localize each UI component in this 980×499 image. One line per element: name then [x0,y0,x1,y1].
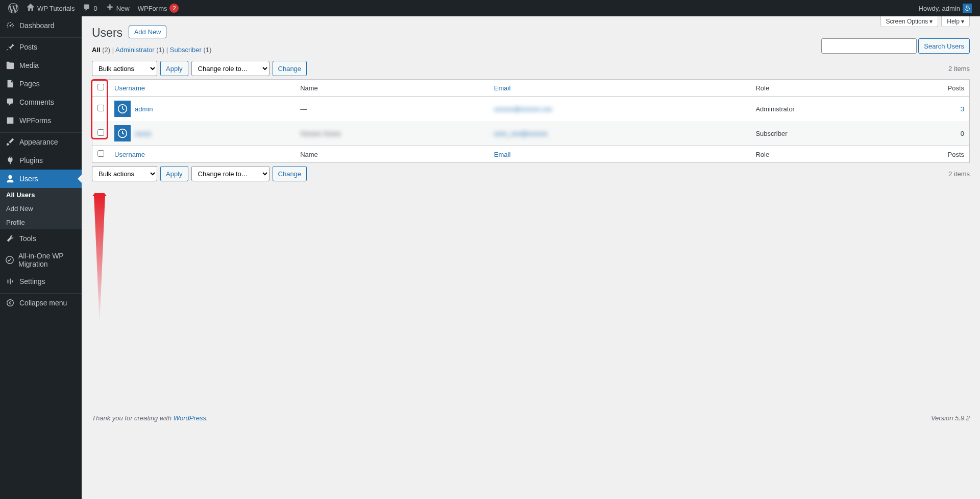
menu-wpforms[interactable]: WPForms [0,111,82,130]
dashboard-icon [5,20,15,31]
users-submenu: All Users Add New Profile [0,188,82,229]
menu-posts[interactable]: Posts [0,38,82,56]
row-checkbox[interactable] [97,105,104,111]
version-label: Version 5.9.2 [931,414,970,422]
username-link[interactable]: admin [135,105,153,113]
row-checkbox[interactable] [97,129,104,136]
posts-count: 0 [961,130,964,137]
user-icon [5,174,15,184]
name-cell: Xxxxxx Xxxxx [300,130,340,137]
svg-marker-3 [94,195,105,326]
col-username-foot[interactable]: Username [114,151,145,158]
admin-sidebar: Dashboard Posts Media Pages Comments WPF… [0,16,82,499]
submenu-profile[interactable]: Profile [0,216,82,229]
comment-icon [5,97,15,107]
posts-count-link[interactable]: 3 [961,105,964,113]
menu-plugins[interactable]: Plugins [0,151,82,170]
col-posts-foot: Posts [939,146,969,162]
admin-toolbar: WP Tutorials 0 New WPForms 2 Howdy, admi… [0,0,980,16]
avatar-icon [963,4,972,13]
wpforms-icon [5,115,15,126]
plug-icon [5,155,15,165]
collapse-icon [5,298,15,308]
comments-link[interactable]: 0 [79,0,101,16]
menu-pages[interactable]: Pages [0,75,82,93]
media-icon [5,60,15,70]
items-count-bottom: 2 items [948,170,970,178]
help-button[interactable]: Help ▾ [941,16,970,27]
wordpress-link[interactable]: WordPress [174,414,206,422]
avatar-icon [114,125,131,141]
table-row: xxxxx Xxxxxx Xxxxx xxxx_xxx@xxxxxx Subsc… [92,121,969,146]
search-users-button[interactable]: Search Users [918,38,970,54]
col-role: Role [750,80,939,97]
wrench-icon [5,233,15,244]
new-content-link[interactable]: New [102,0,134,16]
submenu-all-users[interactable]: All Users [0,188,82,202]
migration-icon [5,255,14,265]
svg-marker-4 [92,193,107,196]
plus-icon [106,4,114,13]
menu-users[interactable]: Users [0,170,82,188]
pin-icon [5,42,15,52]
site-name-link[interactable]: WP Tutorials [22,0,79,16]
menu-comments[interactable]: Comments [0,93,82,111]
select-all-top[interactable] [97,84,104,90]
users-table: Username Name Email Role Posts admin — x… [92,79,970,163]
email-link[interactable]: xxxxxx@xxxxxx.xxx [494,105,552,113]
col-name: Name [295,80,489,97]
col-name-foot: Name [295,146,489,162]
settings-icon [5,276,15,287]
role-cell: Administrator [750,97,939,121]
wpforms-link[interactable]: WPForms 2 [134,0,183,16]
username-link[interactable]: xxxxx [135,130,152,137]
col-email[interactable]: Email [494,84,511,92]
filter-subscriber[interactable]: Subscriber [170,46,202,54]
add-new-button[interactable]: Add New [129,26,167,38]
change-button-bottom[interactable]: Change [273,166,307,181]
comment-icon [83,4,91,13]
table-row: admin — xxxxxx@xxxxxx.xxx Administrator … [92,97,969,121]
menu-appearance[interactable]: Appearance [0,133,82,151]
wordpress-icon [8,3,18,13]
menu-dashboard[interactable]: Dashboard [0,16,82,35]
chevron-down-icon: ▾ [961,18,964,25]
col-posts: Posts [939,80,969,97]
filter-administrator[interactable]: Administrator [115,46,155,54]
chevron-down-icon: ▾ [929,18,933,25]
screen-options-button[interactable]: Screen Options ▾ [880,16,939,27]
menu-media[interactable]: Media [0,56,82,75]
wpforms-badge: 2 [169,4,179,13]
avatar-icon [114,101,131,117]
change-role-select-top[interactable]: Change role to… [191,61,270,76]
apply-button-bottom[interactable]: Apply [160,166,188,181]
search-users-input[interactable] [821,38,917,54]
role-cell: Subscriber [750,121,939,146]
main-content: Screen Options ▾ Help ▾ Users Add New Al… [82,16,980,499]
brush-icon [5,137,15,147]
wp-logo[interactable] [4,0,22,16]
select-all-bottom[interactable] [97,150,104,157]
items-count-top: 2 items [948,65,970,73]
menu-tools[interactable]: Tools [0,229,82,248]
submenu-add-new[interactable]: Add New [0,202,82,216]
name-cell: — [300,105,307,113]
menu-collapse[interactable]: Collapse menu [0,294,82,312]
svg-point-1 [7,300,14,306]
page-title: Users [92,21,122,42]
account-link[interactable]: Howdy, admin [915,0,976,16]
col-role-foot: Role [750,146,939,162]
email-link[interactable]: xxxx_xxx@xxxxxx [494,130,548,137]
col-email-foot[interactable]: Email [494,151,511,158]
filter-all[interactable]: All [92,46,101,54]
change-button-top[interactable]: Change [273,61,307,76]
change-role-select-bottom[interactable]: Change role to… [191,166,270,181]
admin-footer: Thank you for creating with WordPress. V… [92,404,970,422]
page-icon [5,79,15,89]
bulk-actions-select-top[interactable]: Bulk actions [92,61,157,76]
bulk-actions-select-bottom[interactable]: Bulk actions [92,166,157,181]
col-username[interactable]: Username [114,84,145,92]
menu-migration[interactable]: All-in-One WP Migration [0,248,82,272]
menu-settings[interactable]: Settings [0,272,82,291]
apply-button-top[interactable]: Apply [160,61,188,76]
